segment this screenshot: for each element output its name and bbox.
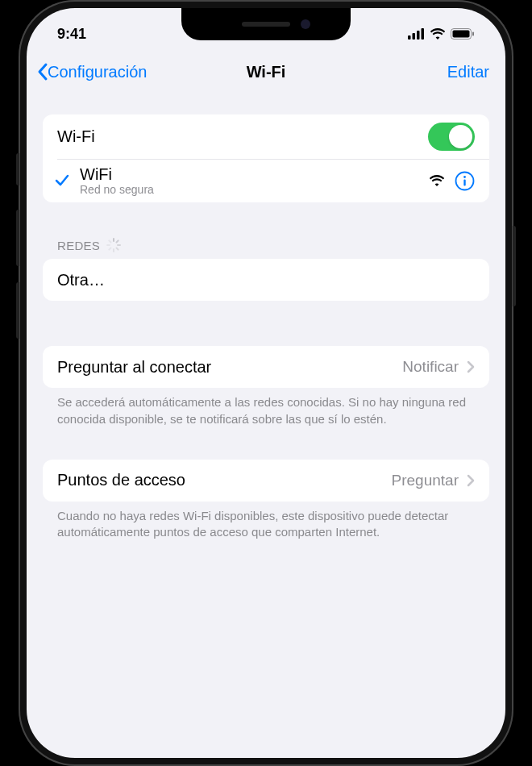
speaker bbox=[242, 22, 290, 27]
svg-rect-5 bbox=[453, 31, 470, 38]
edit-button[interactable]: Editar bbox=[447, 63, 496, 81]
front-camera bbox=[301, 19, 310, 29]
svg-rect-3 bbox=[422, 28, 425, 40]
hotspot-row[interactable]: Puntos de acceso Preguntar bbox=[43, 460, 489, 502]
cellular-icon bbox=[408, 28, 425, 40]
wifi-signal-icon bbox=[429, 175, 445, 187]
network-right bbox=[429, 171, 475, 191]
hotspot-card: Puntos de acceso Preguntar bbox=[43, 460, 489, 502]
svg-rect-1 bbox=[413, 33, 416, 40]
nav-bar: Configuración Wi-Fi Editar bbox=[27, 52, 505, 92]
network-name: WiFi bbox=[80, 165, 429, 184]
hotspot-label: Puntos de acceso bbox=[57, 471, 392, 489]
back-label: Configuración bbox=[48, 63, 147, 81]
status-icons bbox=[408, 28, 475, 40]
networks-card: Otra… bbox=[43, 259, 489, 301]
ask-footer: Se accederá automáticamente a las redes … bbox=[43, 388, 489, 427]
wifi-card: Wi-Fi WiFi Red no segura bbox=[43, 114, 489, 202]
wifi-toggle-row: Wi-Fi bbox=[43, 114, 489, 159]
battery-icon bbox=[451, 28, 475, 40]
other-network-label: Otra… bbox=[57, 271, 475, 289]
back-button[interactable]: Configuración bbox=[36, 62, 147, 81]
ask-card: Preguntar al conectar Notificar bbox=[43, 346, 489, 388]
other-network-row[interactable]: Otra… bbox=[43, 259, 489, 301]
checkmark-icon bbox=[54, 172, 70, 188]
mute-switch bbox=[16, 153, 19, 185]
wifi-toggle[interactable] bbox=[428, 123, 475, 151]
networks-header: REDES bbox=[43, 238, 489, 259]
hotspot-footer: Cuando no haya redes Wi-Fi disponibles, … bbox=[43, 502, 489, 541]
page-title: Wi-Fi bbox=[247, 63, 286, 81]
wifi-status-icon bbox=[430, 28, 446, 40]
ask-to-join-row[interactable]: Preguntar al conectar Notificar bbox=[43, 346, 489, 388]
svg-rect-6 bbox=[472, 32, 474, 36]
toggle-knob bbox=[449, 125, 472, 148]
status-time: 9:41 bbox=[57, 26, 86, 43]
connected-network-row[interactable]: WiFi Red no segura bbox=[43, 159, 489, 202]
ask-label: Preguntar al conectar bbox=[57, 358, 402, 377]
svg-rect-0 bbox=[408, 35, 411, 40]
hotspot-group: Puntos de acceso Preguntar Cuando no hay… bbox=[43, 460, 489, 541]
screen: 9:41 Configuración Wi-Fi Editar Wi-Fi bbox=[27, 8, 505, 758]
spinner-icon bbox=[106, 238, 121, 252]
content: Wi-Fi WiFi Red no segura bbox=[27, 114, 505, 540]
volume-up-button bbox=[16, 210, 19, 266]
volume-down-button bbox=[16, 282, 19, 339]
info-icon[interactable] bbox=[455, 171, 475, 191]
wifi-label: Wi-Fi bbox=[57, 127, 428, 146]
notch bbox=[181, 8, 351, 40]
networks-group: REDES Otra… bbox=[43, 238, 489, 301]
svg-rect-2 bbox=[417, 31, 420, 40]
wifi-group: Wi-Fi WiFi Red no segura bbox=[43, 114, 489, 202]
svg-point-8 bbox=[463, 176, 466, 178]
ask-value: Notificar bbox=[402, 358, 459, 376]
phone-frame: 9:41 Configuración Wi-Fi Editar Wi-Fi bbox=[19, 0, 513, 766]
hotspot-value: Preguntar bbox=[392, 472, 459, 489]
chevron-right-icon bbox=[467, 360, 475, 373]
chevron-right-icon bbox=[467, 474, 475, 487]
network-subtitle: Red no segura bbox=[80, 184, 429, 196]
svg-rect-9 bbox=[463, 179, 465, 185]
networks-header-label: REDES bbox=[57, 239, 100, 252]
power-button bbox=[513, 226, 516, 306]
ask-group: Preguntar al conectar Notificar Se acced… bbox=[43, 346, 489, 427]
